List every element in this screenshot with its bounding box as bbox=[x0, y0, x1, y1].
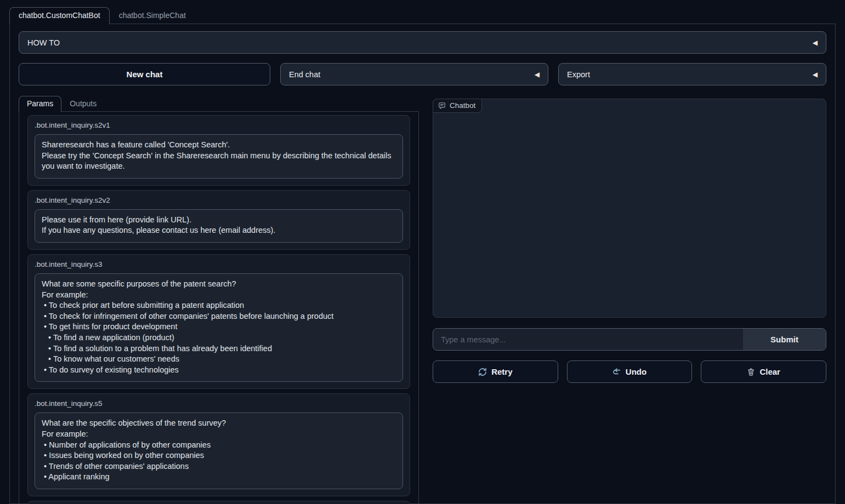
tab-params[interactable]: Params bbox=[19, 96, 61, 112]
clear-label: Clear bbox=[759, 367, 780, 376]
tab-custom-chatbot[interactable]: chatbot.CustomChatBot bbox=[9, 7, 110, 24]
howto-accordion[interactable]: HOW TO ◀ bbox=[19, 31, 826, 54]
param-textbox[interactable]: What are the specific objectives of the … bbox=[35, 413, 403, 489]
tab-outputs[interactable]: Outputs bbox=[61, 96, 105, 112]
param-group-s2v2: .bot.intent_inquiry.s2v2 Please use it f… bbox=[27, 190, 410, 250]
retry-button[interactable]: Retry bbox=[433, 360, 558, 383]
export-label: Export bbox=[567, 70, 590, 79]
export-accordion[interactable]: Export ◀ bbox=[558, 63, 826, 85]
chatbot-label-text: Chatbot bbox=[450, 101, 475, 110]
retry-label: Retry bbox=[491, 367, 512, 376]
param-group-s2v1: .bot.intent_inquiry.s2v1 Shareresearch h… bbox=[27, 115, 410, 186]
chatbot-panel: Chatbot bbox=[433, 99, 826, 318]
param-textbox[interactable]: What are some specific purposes of the p… bbox=[35, 273, 403, 382]
submit-button[interactable]: Submit bbox=[743, 329, 826, 350]
accordion-collapsed-icon: ◀ bbox=[813, 39, 818, 46]
main-tab-content: HOW TO ◀ New chat End chat ◀ Export ◀ Pa… bbox=[9, 24, 836, 504]
content-columns: Params Outputs .bot.intent_inquiry.s2v1 … bbox=[19, 95, 826, 504]
param-label: .bot.intent_inquiry.s2v1 bbox=[35, 121, 403, 129]
param-label: .bot.intent_inquiry.s2v2 bbox=[35, 196, 403, 204]
param-textbox[interactable]: Please use it from here (provide link UR… bbox=[35, 209, 403, 243]
howto-label: HOW TO bbox=[27, 38, 60, 47]
chatbot-panel-label: Chatbot bbox=[433, 99, 482, 113]
param-group-s9: .bot.intent_inquiry.s9 bbox=[27, 501, 410, 504]
end-chat-label: End chat bbox=[289, 70, 320, 79]
param-group-s3: .bot.intent_inquiry.s3 What are some spe… bbox=[27, 254, 410, 389]
param-label: .bot.intent_inquiry.s3 bbox=[35, 260, 403, 268]
param-group-s5: .bot.intent_inquiry.s5 What are the spec… bbox=[27, 393, 410, 496]
params-tab-content: .bot.intent_inquiry.s2v1 Shareresearch h… bbox=[19, 112, 419, 504]
param-textbox[interactable]: Shareresearch has a feature called 'Conc… bbox=[35, 134, 403, 179]
toolbar-row: New chat End chat ◀ Export ◀ bbox=[19, 63, 826, 85]
message-input-group: Submit bbox=[433, 328, 826, 351]
chatbot-icon bbox=[438, 102, 446, 110]
param-label: .bot.intent_inquiry.s5 bbox=[35, 399, 403, 408]
chat-actions-row: Retry Undo bbox=[433, 360, 826, 383]
tab-simple-chat[interactable]: chatbot.SimpleChat bbox=[110, 7, 195, 24]
accordion-collapsed-icon: ◀ bbox=[813, 71, 818, 78]
undo-button[interactable]: Undo bbox=[567, 360, 693, 383]
new-chat-button[interactable]: New chat bbox=[19, 63, 270, 85]
clear-icon bbox=[747, 368, 755, 376]
params-column: Params Outputs .bot.intent_inquiry.s2v1 … bbox=[19, 95, 419, 504]
accordion-collapsed-icon: ◀ bbox=[535, 71, 540, 78]
main-tabbar: chatbot.CustomChatBot chatbot.SimpleChat bbox=[9, 7, 836, 24]
end-chat-accordion[interactable]: End chat ◀ bbox=[280, 63, 548, 85]
app-window: chatbot.CustomChatBot chatbot.SimpleChat… bbox=[0, 0, 845, 504]
params-tabbar: Params Outputs bbox=[19, 95, 419, 112]
undo-icon bbox=[613, 368, 621, 376]
message-input[interactable] bbox=[433, 329, 743, 350]
chat-column: Chatbot Submit Retry bbox=[433, 95, 826, 504]
clear-button[interactable]: Clear bbox=[701, 360, 826, 383]
retry-icon bbox=[478, 368, 487, 376]
undo-label: Undo bbox=[626, 367, 646, 376]
